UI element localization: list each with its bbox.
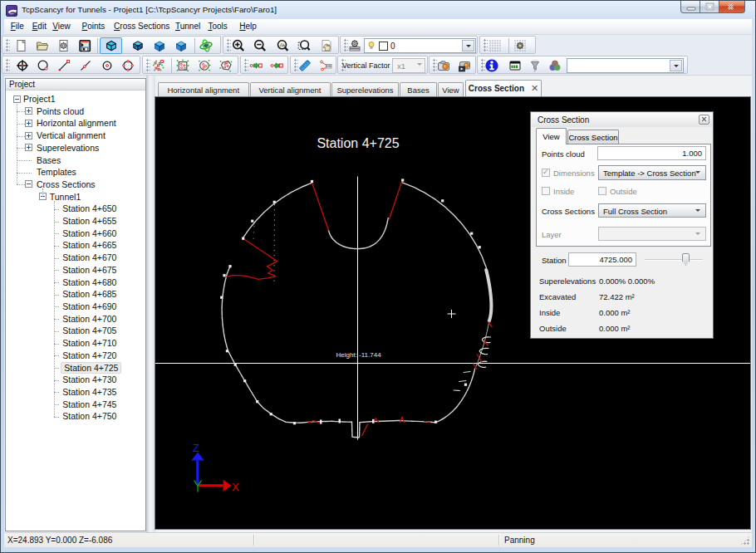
- tree-item-vertical-alignment[interactable]: Vertical alignment: [6, 130, 145, 142]
- dialog-close-button[interactable]: [699, 115, 709, 125]
- tree-collapse-icon[interactable]: [25, 180, 32, 188]
- snapshot-button[interactable]: [434, 57, 453, 74]
- tree-item-station-4-670[interactable]: Station 4+670: [6, 252, 145, 264]
- tree-item-station-4-655[interactable]: Station 4+655: [6, 216, 145, 228]
- color-classes-button[interactable]: [545, 57, 564, 74]
- tab-superelevations[interactable]: Superelevations: [331, 82, 399, 96]
- menu-item-tunnel[interactable]: Tunnel: [175, 22, 200, 31]
- draw-circle-center-button[interactable]: [97, 57, 116, 74]
- toolbar-grip[interactable]: [6, 59, 10, 72]
- dimension-button[interactable]: [316, 57, 335, 74]
- dimensions-combo[interactable]: Template -> Cross Section: [598, 165, 706, 180]
- tree-item-station-4-675[interactable]: Station 4+675: [6, 264, 145, 276]
- tree-item-tunnel1[interactable]: Tunnel1: [6, 191, 145, 203]
- zoom-out-button[interactable]: [250, 37, 269, 54]
- view-3d-solid-button[interactable]: [128, 37, 147, 54]
- console-button[interactable]: [505, 57, 524, 74]
- convert-points-button[interactable]: [246, 57, 265, 74]
- tree-item-station-4-735[interactable]: Station 4+735: [6, 386, 145, 398]
- cross-sections-combo[interactable]: Full Cross Section: [598, 203, 706, 218]
- tree-expand-icon[interactable]: [25, 132, 32, 139]
- select-points-rectangle-button[interactable]: [173, 57, 192, 74]
- tab-close-icon[interactable]: ✕: [531, 83, 538, 94]
- points-cloud-button[interactable]: [149, 57, 168, 74]
- zoom-window-button[interactable]: [294, 37, 313, 54]
- outside-checkbox[interactable]: [598, 187, 606, 195]
- tab-vertical-alignment[interactable]: Vertical alignment: [250, 82, 331, 96]
- info-button[interactable]: [483, 57, 501, 74]
- tree-item-station-4-720[interactable]: Station 4+720: [6, 350, 145, 361]
- tab-view[interactable]: View: [438, 82, 464, 96]
- tree-item-station-4-690[interactable]: Station 4+690: [6, 301, 145, 312]
- vertical-factor-combobox[interactable]: x1: [392, 58, 425, 73]
- menu-item-help[interactable]: Help: [239, 22, 257, 31]
- tree-item-station-4-745[interactable]: Station 4+745: [6, 399, 145, 410]
- resize-grip[interactable]: [740, 536, 750, 546]
- tree-item-cross-sections[interactable]: Cross Sections: [6, 179, 145, 190]
- menu-item-points[interactable]: Points: [82, 22, 106, 31]
- menu-item-tools[interactable]: Tools: [208, 22, 227, 31]
- draw-circle-points-button[interactable]: [118, 57, 137, 74]
- tree-item-station-4-730[interactable]: Station 4+730: [6, 374, 145, 386]
- convert-points-back-button[interactable]: [267, 57, 286, 74]
- tree-item-superelevations[interactable]: Superelevations: [6, 142, 145, 154]
- points-settings-button[interactable]: [510, 37, 529, 54]
- minimize-button[interactable]: [680, 1, 700, 13]
- draw-line-button[interactable]: [54, 57, 73, 74]
- draw-center-button[interactable]: [12, 57, 32, 74]
- filter-combo-arrow[interactable]: [670, 60, 682, 71]
- title-bar[interactable]: TcpScancyr for Tunnels - Project1 [C:\Tc…: [1, 1, 755, 19]
- draw-segment-button[interactable]: [76, 57, 95, 74]
- inside-checkbox[interactable]: [542, 187, 550, 195]
- maximize-restore-button[interactable]: [700, 1, 719, 13]
- tree-item-station-4-705[interactable]: Station 4+705: [6, 325, 145, 337]
- tree-item-project1[interactable]: Project1: [6, 94, 145, 105]
- tree-item-points-cloud[interactable]: Points cloud: [6, 105, 145, 117]
- dialog-tab-view[interactable]: View: [536, 128, 567, 144]
- zoom-in-button[interactable]: [228, 37, 248, 54]
- menu-item-view[interactable]: View: [52, 22, 71, 31]
- save-button[interactable]: [76, 37, 95, 54]
- new-document-button[interactable]: [12, 37, 31, 54]
- points-display-button[interactable]: [485, 37, 504, 54]
- points-cloud-input[interactable]: 1.000: [597, 146, 706, 160]
- draw-circle-button[interactable]: [33, 57, 52, 74]
- layer-manager-button[interactable]: [345, 37, 364, 54]
- zoom-previous-button[interactable]: [272, 37, 292, 54]
- close-button[interactable]: [719, 1, 745, 13]
- toolbar-grip[interactable]: [6, 39, 10, 52]
- view-3d-shaded-button[interactable]: [150, 37, 169, 54]
- select-points-circle-button[interactable]: [194, 57, 214, 74]
- dialog-title[interactable]: Cross Section: [532, 113, 712, 127]
- tree-item-station-4-660[interactable]: Station 4+660: [6, 228, 145, 239]
- tree-item-station-4-665[interactable]: Station 4+665: [6, 240, 145, 252]
- tree-item-station-4-710[interactable]: Station 4+710: [6, 338, 145, 350]
- tree-item-horizontal-alignment[interactable]: Horizontal alignment: [6, 118, 145, 130]
- tree-item-station-4-750[interactable]: Station 4+750: [6, 411, 145, 423]
- filter-button[interactable]: [525, 57, 544, 74]
- tab-cross-section[interactable]: Cross Section✕: [465, 80, 542, 96]
- dialog-tab-cross-section[interactable]: Cross Section: [567, 130, 619, 144]
- tab-bases[interactable]: Bases: [400, 82, 437, 96]
- station-slider-thumb[interactable]: [682, 253, 690, 266]
- tab-horizontal-alignment[interactable]: Horizontal alignment: [158, 82, 250, 96]
- tree-collapse-icon[interactable]: [13, 95, 21, 103]
- tree-item-station-4-685[interactable]: Station 4+685: [6, 289, 145, 301]
- select-points-polygon-button[interactable]: [216, 57, 235, 74]
- layer-combo-arrow[interactable]: [462, 40, 474, 51]
- tree-item-station-4-680[interactable]: Station 4+680: [6, 276, 145, 288]
- tree-item-station-4-700[interactable]: Station 4+700: [6, 313, 145, 325]
- menu-item-file[interactable]: File: [11, 22, 24, 31]
- video-button[interactable]: [454, 57, 474, 74]
- layer-combobox[interactable]: 0: [364, 38, 476, 53]
- station-slider-track[interactable]: [645, 259, 703, 261]
- open-project-button[interactable]: [33, 37, 52, 54]
- tree-item-station-4-725[interactable]: Station 4+725: [6, 362, 145, 374]
- tree-item-station-4-650[interactable]: Station 4+650: [6, 203, 145, 215]
- tree-expand-icon[interactable]: [25, 120, 32, 127]
- tree-expand-icon[interactable]: [25, 107, 32, 115]
- tree-expand-icon[interactable]: [25, 144, 32, 151]
- layer-combo[interactable]: [598, 227, 706, 241]
- filter-combobox[interactable]: [567, 58, 684, 73]
- menu-item-cross-sections[interactable]: Cross Sections: [114, 22, 169, 31]
